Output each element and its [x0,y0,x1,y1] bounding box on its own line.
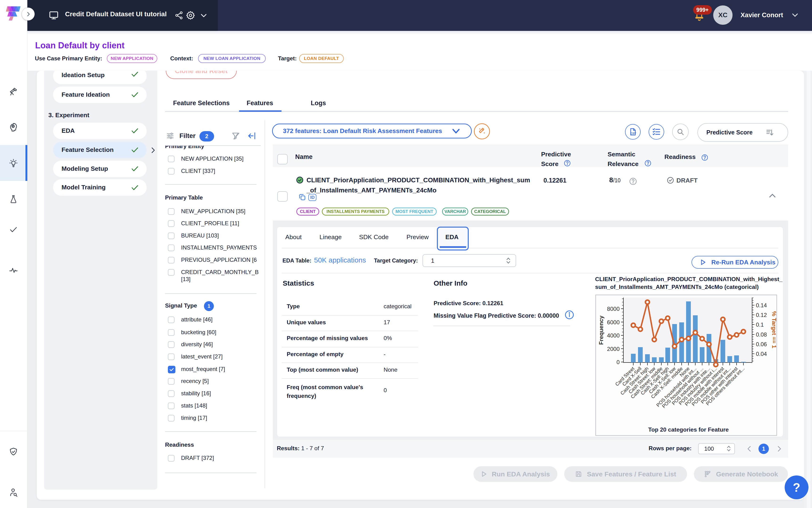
svg-text:0.04: 0.04 [756,351,767,357]
svg-text:0.1: 0.1 [756,322,764,328]
svg-text:8000: 8000 [607,306,620,312]
svg-text:0.08: 0.08 [756,331,767,338]
svg-text:Frequency: Frequency [598,315,604,345]
svg-text:% Target == 1: % Target == 1 [771,311,776,348]
svg-text:4000: 4000 [607,332,620,339]
svg-text:2000: 2000 [607,346,620,352]
svg-text:0.06: 0.06 [756,341,767,347]
svg-text:0.12: 0.12 [756,312,767,318]
svg-text:CSV: CSV [630,132,636,135]
svg-text:0: 0 [617,359,620,365]
svg-text:Top 20 categories for Feature: Top 20 categories for Feature [648,426,728,433]
svg-text:6000: 6000 [607,319,620,326]
svg-text:0.14: 0.14 [756,302,767,308]
